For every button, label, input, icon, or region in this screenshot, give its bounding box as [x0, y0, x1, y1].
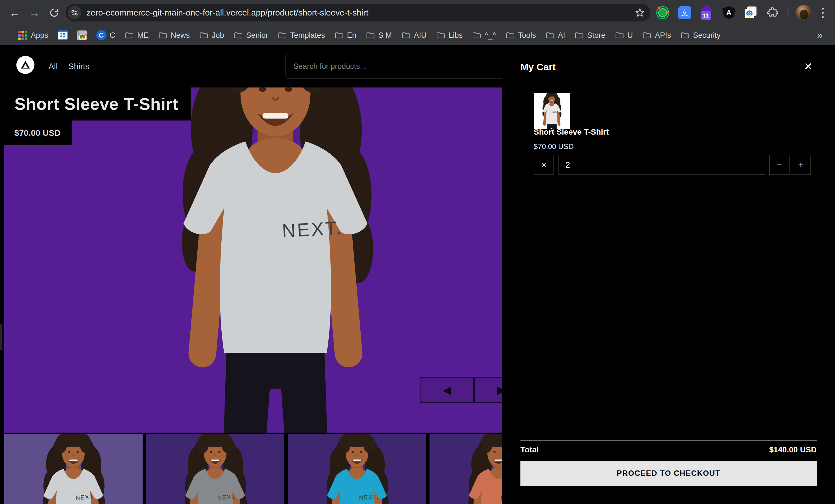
badge-11-extension-icon[interactable]: 11: [699, 5, 714, 20]
bookmark-item-Store[interactable]: Store: [575, 31, 606, 40]
bookmark-item-AI[interactable]: AI: [546, 31, 565, 40]
folder-icon: [506, 31, 515, 39]
folder-icon: [436, 31, 445, 39]
site-settings-icon[interactable]: [68, 6, 81, 19]
apps-grid-icon: [18, 31, 27, 40]
cart-drawer: My Cart × NEXT.: [502, 45, 835, 504]
svg-text:NEXT.: NEXT.: [359, 493, 379, 502]
bookmark-item-Senior[interactable]: Senior: [234, 31, 268, 40]
cart-item-photo: NEXT.: [539, 93, 564, 129]
bookmark-item-Tools[interactable]: Tools: [506, 31, 536, 40]
variant-photo-white: NEXT.: [34, 434, 113, 504]
c-favicon: C: [96, 30, 106, 40]
folder-icon: [643, 31, 651, 39]
cart-title: My Cart: [521, 62, 556, 72]
cart-quantity-row: × − +: [534, 155, 811, 175]
bookmark-item-APIs[interactable]: APIs: [643, 31, 671, 40]
profile-avatar[interactable]: [796, 5, 812, 21]
bookmark-item-ME[interactable]: ME: [125, 31, 149, 40]
svg-text:NEXT.: NEXT.: [217, 493, 237, 502]
extensions-row: 文 11 A: [653, 5, 829, 21]
translate-extension-icon[interactable]: 文: [677, 5, 692, 20]
reload-icon: [49, 7, 60, 18]
bookmark-item-Job[interactable]: Job: [199, 31, 224, 40]
browser-menu-button[interactable]: [819, 7, 827, 18]
decrease-quantity-button[interactable]: −: [769, 155, 790, 175]
calendar-icon: 25: [58, 30, 67, 40]
svg-text:NEXT.: NEXT.: [282, 217, 344, 241]
bookmark-item-Templates[interactable]: Templates: [278, 31, 325, 40]
folder-icon: [615, 31, 624, 39]
bookmark-item-En[interactable]: En: [334, 31, 357, 40]
folder-icon: [334, 31, 344, 39]
variant-photo-gray: NEXT.: [176, 434, 255, 504]
bookmark-item-S M[interactable]: S M: [366, 31, 392, 40]
triangle-logo-icon: [20, 60, 31, 70]
folder-icon: [366, 31, 375, 39]
main-nav: All Shirts: [48, 45, 89, 87]
bookmarks-overflow-chevron[interactable]: »: [817, 29, 827, 41]
left-edge-scrollbar[interactable]: [0, 324, 2, 351]
total-label: Total: [521, 445, 539, 454]
variant-thumbnail-blue[interactable]: NEXT.: [288, 434, 426, 504]
page-content: All Shirts: [0, 45, 835, 504]
folder-icon: [234, 31, 243, 39]
puzzle-extensions-icon[interactable]: [766, 5, 780, 20]
search-input[interactable]: [293, 62, 537, 71]
bookmark-item-^_^[interactable]: ^_^: [472, 31, 496, 40]
svg-text:NEXT.: NEXT.: [552, 111, 558, 113]
folder-icon: [575, 31, 584, 39]
variant-photo-blue: NEXT.: [318, 434, 396, 504]
folder-icon: [472, 31, 481, 39]
cart-item-thumbnail[interactable]: NEXT.: [534, 93, 570, 129]
product-title: Short Sleeve T-Shirt: [4, 87, 190, 121]
bookmark-item-Libs[interactable]: Libs: [436, 31, 463, 40]
bookmark-item-Security[interactable]: Security: [680, 31, 721, 40]
toolbar-separator: [788, 7, 789, 18]
browser-toolbar: ← → zero-ecommerce-git-main-one-for-all.…: [0, 0, 835, 25]
folder-icon: [546, 31, 555, 39]
cart-item-price: $70.00 USD: [534, 142, 574, 151]
folder-icon: [278, 31, 287, 39]
svg-text:NEXT.: NEXT.: [75, 493, 96, 502]
bookmark-item-webstore[interactable]: [77, 30, 87, 40]
folder-icon: [125, 31, 134, 39]
nav-link-shirts[interactable]: Shirts: [68, 62, 89, 71]
reload-button[interactable]: [46, 4, 63, 21]
total-value: $140.00 USD: [769, 445, 817, 454]
bookmark-item-U[interactable]: U: [615, 31, 633, 40]
increase-quantity-button[interactable]: +: [791, 155, 811, 175]
orbit-extension-icon[interactable]: [655, 5, 670, 20]
variant-thumbnail-white[interactable]: NEXT.: [4, 434, 143, 504]
back-button[interactable]: ←: [6, 4, 23, 21]
folder-icon: [199, 31, 208, 39]
bookmark-item-C[interactable]: CC: [96, 30, 116, 40]
bookmarks-bar: Apps25CCMENewsJobSeniorTemplatesEnS MAIU…: [0, 25, 835, 45]
product-price-badge: $70.00 USD: [4, 121, 72, 145]
cart-divider: [521, 441, 817, 441]
bookmark-item-Apps[interactable]: Apps: [18, 31, 48, 40]
angular-extension-icon[interactable]: A: [721, 5, 736, 20]
remove-item-button[interactable]: ×: [534, 155, 554, 175]
bookmark-item-calendar[interactable]: 25: [58, 30, 67, 40]
nav-link-all[interactable]: All: [48, 62, 58, 71]
quantity-input[interactable]: [558, 155, 765, 175]
bookmark-item-AIU[interactable]: AIU: [402, 31, 427, 40]
cart-total-row: Total $140.00 USD: [521, 445, 817, 454]
store-logo[interactable]: [16, 56, 35, 74]
previous-image-button[interactable]: ◀: [420, 377, 474, 403]
bookmark-item-News[interactable]: News: [158, 31, 190, 40]
cart-close-button[interactable]: ×: [800, 58, 817, 75]
address-bar[interactable]: zero-ecommerce-git-main-one-for-all.verc…: [65, 4, 650, 21]
product-photo-model: NEXT.: [153, 87, 398, 433]
url-text: zero-ecommerce-git-main-one-for-all.verc…: [86, 8, 629, 18]
folder-icon: [402, 31, 411, 39]
windows-extension-icon[interactable]: [744, 5, 758, 20]
forward-button[interactable]: →: [26, 4, 43, 21]
variant-thumbnail-gray[interactable]: NEXT.: [146, 434, 284, 504]
bookmark-star-icon[interactable]: [634, 7, 645, 18]
cart-item-name[interactable]: Short Sleeve T-Shirt: [534, 128, 609, 136]
folder-icon: [158, 31, 167, 39]
folder-icon: [680, 31, 690, 39]
proceed-to-checkout-button[interactable]: PROCEED TO CHECKOUT: [521, 461, 817, 486]
